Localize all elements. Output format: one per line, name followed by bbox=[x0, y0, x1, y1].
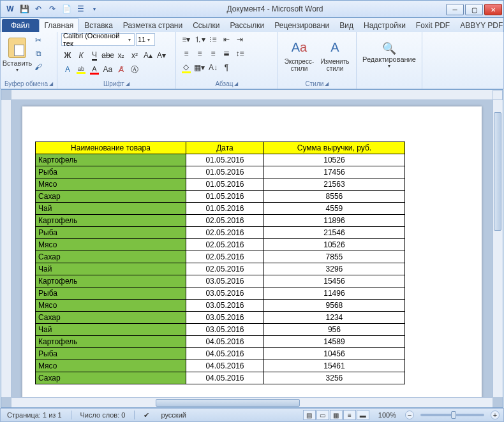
table-row[interactable]: Чай02.05.20163296 bbox=[36, 263, 405, 275]
bullets-icon[interactable]: ≡▾ bbox=[180, 33, 193, 46]
cell-date[interactable]: 01.05.2016 bbox=[186, 203, 264, 215]
hscroll-thumb[interactable] bbox=[156, 399, 300, 407]
cell-date[interactable]: 03.05.2016 bbox=[186, 312, 264, 324]
cell-name[interactable]: Рыба bbox=[36, 348, 186, 360]
text-effects-icon[interactable]: A bbox=[61, 63, 74, 76]
view-read-icon[interactable]: ▭ bbox=[316, 410, 329, 420]
table-header[interactable]: Дата bbox=[186, 142, 264, 154]
cell-sum[interactable]: 21546 bbox=[263, 227, 404, 239]
shrink-font-icon[interactable]: A▾ bbox=[155, 49, 168, 62]
cell-date[interactable]: 04.05.2016 bbox=[186, 336, 264, 348]
zoom-thumb[interactable] bbox=[451, 411, 456, 419]
page[interactable]: Наименование товара Дата Сумма выручки, … bbox=[22, 106, 482, 397]
cell-sum[interactable]: 9568 bbox=[263, 300, 404, 312]
dialog-launcher-icon[interactable]: ◢ bbox=[325, 79, 329, 89]
clear-format-icon[interactable]: A̸ bbox=[115, 63, 128, 76]
cell-name[interactable]: Сахар bbox=[36, 191, 186, 203]
status-language[interactable]: русский bbox=[158, 411, 188, 419]
cell-name[interactable]: Чай bbox=[36, 324, 186, 336]
cell-name[interactable]: Картофель bbox=[36, 215, 186, 227]
subscript-button[interactable]: x₂ bbox=[115, 49, 128, 62]
highlight-button[interactable]: ab bbox=[75, 64, 87, 75]
table-row[interactable]: Картофель01.05.201610526 bbox=[36, 154, 405, 166]
underline-button[interactable]: Ч bbox=[88, 49, 101, 62]
undo-icon[interactable]: ↶ bbox=[33, 3, 44, 15]
dialog-launcher-icon[interactable]: ◢ bbox=[49, 79, 53, 89]
paste-button[interactable]: Вставить ▾ bbox=[4, 33, 30, 76]
table-header[interactable]: Наименование товара bbox=[36, 142, 186, 154]
line-spacing-icon[interactable]: ↕≡ bbox=[233, 47, 246, 60]
table-row[interactable]: Рыба03.05.201611496 bbox=[36, 287, 405, 300]
cell-sum[interactable]: 8556 bbox=[263, 191, 404, 203]
view-outline-icon[interactable]: ≡ bbox=[343, 410, 356, 420]
char-border-icon[interactable]: Ⓐ bbox=[128, 63, 141, 76]
grow-font-icon[interactable]: A▴ bbox=[142, 49, 154, 62]
font-name-combo[interactable]: Calibri (Основной тек▾ bbox=[61, 33, 135, 46]
tab-insert[interactable]: Вставка bbox=[79, 19, 118, 32]
tab-abbyy[interactable]: ABBYY PDF Trans bbox=[455, 19, 504, 32]
cell-name[interactable]: Картофель bbox=[36, 154, 186, 166]
cell-sum[interactable]: 11896 bbox=[263, 215, 404, 227]
maximize-button[interactable]: ▢ bbox=[465, 4, 483, 15]
table-row[interactable]: Сахар04.05.20163256 bbox=[36, 372, 405, 384]
cell-name[interactable]: Мясо bbox=[36, 360, 186, 372]
cell-name[interactable]: Рыба bbox=[36, 287, 186, 300]
tab-mailings[interactable]: Рассылки bbox=[225, 19, 269, 32]
vscroll-thumb[interactable] bbox=[494, 112, 501, 231]
tab-review[interactable]: Рецензировани bbox=[269, 19, 334, 32]
vertical-ruler[interactable] bbox=[1, 100, 11, 397]
font-color-button[interactable]: A bbox=[88, 64, 101, 75]
page-viewport[interactable]: Наименование товара Дата Сумма выручки, … bbox=[11, 100, 493, 397]
cell-sum[interactable]: 956 bbox=[263, 324, 404, 336]
qat-dropdown-icon[interactable]: ▾ bbox=[89, 3, 100, 15]
table-row[interactable]: Мясо01.05.201621563 bbox=[36, 178, 405, 191]
cell-date[interactable]: 04.05.2016 bbox=[186, 348, 264, 360]
cell-sum[interactable]: 3296 bbox=[263, 263, 404, 275]
cell-date[interactable]: 03.05.2016 bbox=[186, 324, 264, 336]
table-row[interactable]: Рыба01.05.201617456 bbox=[36, 166, 405, 178]
table-row[interactable]: Мясо02.05.201610526 bbox=[36, 239, 405, 251]
cell-name[interactable]: Рыба bbox=[36, 227, 186, 239]
cell-name[interactable]: Мясо bbox=[36, 300, 186, 312]
save-icon[interactable]: 💾 bbox=[19, 3, 30, 15]
cell-sum[interactable]: 15461 bbox=[263, 360, 404, 372]
cell-date[interactable]: 02.05.2016 bbox=[186, 263, 264, 275]
status-words[interactable]: Число слов: 0 bbox=[78, 411, 128, 419]
editing-button[interactable]: 🔍 Редактирование ▾ bbox=[360, 33, 418, 76]
justify-icon[interactable]: ≣ bbox=[220, 47, 233, 60]
table-row[interactable]: Картофель04.05.201614589 bbox=[36, 336, 405, 348]
cell-name[interactable]: Картофель bbox=[36, 336, 186, 348]
tab-view[interactable]: Вид bbox=[334, 19, 359, 32]
cell-date[interactable]: 01.05.2016 bbox=[186, 166, 264, 178]
redo-icon[interactable]: ↷ bbox=[47, 3, 58, 15]
horizontal-scrollbar[interactable] bbox=[11, 397, 493, 407]
table-row[interactable]: Сахар02.05.20167855 bbox=[36, 251, 405, 263]
cell-sum[interactable]: 11496 bbox=[263, 287, 404, 300]
status-page[interactable]: Страница: 1 из 1 bbox=[4, 411, 64, 419]
cell-sum[interactable]: 15456 bbox=[263, 275, 404, 287]
cell-name[interactable]: Сахар bbox=[36, 312, 186, 324]
cell-date[interactable]: 03.05.2016 bbox=[186, 287, 264, 300]
cell-date[interactable]: 02.05.2016 bbox=[186, 251, 264, 263]
dialog-launcher-icon[interactable]: ◢ bbox=[234, 79, 238, 89]
table-row[interactable]: Чай01.05.20164559 bbox=[36, 203, 405, 215]
align-left-icon[interactable]: ≡ bbox=[180, 47, 193, 60]
ruler-toggle-icon[interactable] bbox=[493, 90, 503, 100]
inc-indent-icon[interactable]: ⇥ bbox=[233, 33, 246, 46]
tab-layout[interactable]: Разметка страни bbox=[118, 19, 188, 32]
zoom-slider[interactable] bbox=[420, 414, 484, 416]
vertical-scrollbar[interactable] bbox=[493, 100, 503, 397]
sort-icon[interactable]: A↓ bbox=[207, 61, 219, 74]
cell-sum[interactable]: 10526 bbox=[263, 239, 404, 251]
cell-date[interactable]: 02.05.2016 bbox=[186, 215, 264, 227]
dec-indent-icon[interactable]: ⇤ bbox=[220, 33, 233, 46]
horizontal-ruler[interactable] bbox=[11, 90, 493, 100]
cell-name[interactable]: Мясо bbox=[36, 239, 186, 251]
show-marks-icon[interactable]: ¶ bbox=[220, 61, 233, 74]
cell-date[interactable]: 01.05.2016 bbox=[186, 154, 264, 166]
table-header[interactable]: Сумма выручки, руб. bbox=[263, 142, 404, 154]
cell-sum[interactable]: 14589 bbox=[263, 336, 404, 348]
quick-styles-button[interactable]: Aa Экспресс-стили bbox=[282, 33, 316, 76]
cell-sum[interactable]: 7855 bbox=[263, 251, 404, 263]
cell-date[interactable]: 03.05.2016 bbox=[186, 275, 264, 287]
